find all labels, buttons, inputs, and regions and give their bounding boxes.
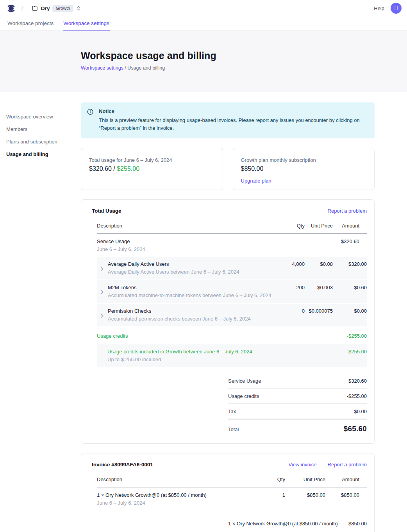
summary-label: Service Usage <box>228 378 261 384</box>
expand-chevron-icon[interactable] <box>100 285 104 298</box>
row-unit-price: $0.003 <box>305 280 333 303</box>
usage-row-average-daily-active-users: Average Daily Active UsersAverage Daily … <box>97 257 367 280</box>
row-subtitle: June 6 – July 6, 2024 <box>97 246 277 252</box>
row-qty: 0 <box>277 303 305 327</box>
workspace-name: Ory <box>41 5 50 11</box>
col-qty: Qty <box>257 471 285 487</box>
plan-badge: Growth <box>52 5 73 12</box>
row-qty: 200 <box>277 280 305 303</box>
breadcrumb-separator: / <box>20 5 25 12</box>
row-subtitle: Accumulated machine-to-machine tokens be… <box>108 292 271 298</box>
plan-card-value: $850.00 <box>241 165 367 172</box>
col-amount: Amount <box>325 471 367 487</box>
row-amount: $0.00 <box>333 303 367 327</box>
view-invoice-link[interactable]: View invoice <box>289 462 317 468</box>
row-unit-price: $0.08 <box>305 257 333 280</box>
help-link[interactable]: Help <box>374 5 384 11</box>
row-title: Permission Checks <box>108 308 251 314</box>
col-description: Description <box>97 218 277 234</box>
row-amount: $320.00 <box>333 257 367 280</box>
row-title: Usage credits included in Growth between… <box>107 349 277 355</box>
row-amount: $850.00 <box>325 487 367 511</box>
summary-value: -$255.00 <box>347 393 367 399</box>
row-qty <box>277 234 305 257</box>
page-title: Workspace usage and billing <box>81 50 407 61</box>
invoice-panel-title: Invoice #8099AFA6-0001 <box>92 462 153 468</box>
row-unit-price: $850.00 <box>285 487 325 511</box>
usage-row-service-usage: Service UsageJune 6 – July 6, 2024$320.6… <box>97 234 367 257</box>
usage-table-header: Description Qty Unit Price Amount <box>97 218 367 234</box>
usage-summary-row: Tax$0.00 <box>228 404 367 419</box>
row-amount: $0.60 <box>333 280 367 303</box>
notice-title: Notice <box>99 108 368 114</box>
total-label: Total <box>228 426 239 432</box>
invoice-panel: Invoice #8099AFA6-0001 View invoice Repo… <box>81 453 375 532</box>
tab-workspace-projects[interactable]: Workspace projects <box>7 16 54 30</box>
expand-chevron-icon[interactable] <box>100 262 104 275</box>
row-title: M2M Tokens <box>108 285 271 290</box>
settings-sidebar: Workspace overviewMembersPlans and subsc… <box>6 113 75 163</box>
row-qty: 4,000 <box>277 257 305 280</box>
total-value: $65.60 <box>344 425 367 433</box>
row-qty <box>277 327 305 344</box>
row-unit-price <box>305 344 333 367</box>
row-subtitle: Accumulated permission checks between Ju… <box>108 316 251 322</box>
breadcrumb-settings-link[interactable]: Workspace settings <box>81 65 123 71</box>
row-title: Usage credits <box>97 333 277 339</box>
breadcrumb-current: Usage and billing <box>127 65 165 71</box>
sidebar-item-plans-and-subscription[interactable]: Plans and subscription <box>6 138 75 145</box>
usage-row-usage-credits-included-in-growth-between-june-6-july-6-2024: Usage credits included in Growth between… <box>97 344 367 367</box>
row-subtitle: Average Daily Active Users between June … <box>108 269 239 275</box>
usage-total-row: Total$65.60 <box>228 419 367 433</box>
usage-summary: Service Usage$320.60Usage credits-$255.0… <box>228 373 367 433</box>
summary-value: $0.00 <box>354 408 367 414</box>
usage-credit-amount: $255.00 <box>117 165 139 172</box>
usage-card-value: $320.60 / $255.00 <box>89 165 215 172</box>
sidebar-item-workspace-overview[interactable]: Workspace overview <box>6 113 75 120</box>
summary-label: Tax <box>228 408 236 414</box>
info-icon <box>87 109 93 132</box>
col-description: Description <box>97 471 257 487</box>
col-unit-price: Unit Price <box>305 218 333 234</box>
summary-value: $850.00 <box>348 521 367 527</box>
row-qty <box>277 344 305 367</box>
row-subtitle: Up to $ 255.00 included <box>107 356 277 362</box>
plan-card-label: Growth plan monthly subscription <box>241 157 367 163</box>
breadcrumb-separator: / <box>123 65 127 71</box>
usage-row-usage-credits: Usage credits-$255.00 <box>97 327 367 344</box>
row-amount: -$255.00 <box>333 327 367 344</box>
plan-subscription-card: Growth plan monthly subscription $850.00… <box>233 148 375 190</box>
expand-chevron-icon[interactable] <box>100 309 104 322</box>
invoice-table: Description Qty Unit Price Amount 1 × Or… <box>97 471 367 511</box>
ory-logo-icon[interactable] <box>6 4 16 13</box>
upgrade-plan-link[interactable]: Upgrade plan <box>241 178 271 184</box>
folder-icon <box>32 5 38 11</box>
row-unit-price: $0.000075 <box>305 303 333 327</box>
usage-amount: $320.60 <box>89 165 112 172</box>
sidebar-item-usage-and-billing[interactable]: Usage and billing <box>6 150 75 158</box>
row-subtitle: June 6 – July 6, 2024 <box>97 500 257 506</box>
row-unit-price <box>305 327 333 344</box>
notice-banner: Notice This is a preview feature for dis… <box>81 102 375 138</box>
sidebar-item-members[interactable]: Members <box>6 125 75 133</box>
breadcrumb: Workspace settings / Usage and billing <box>81 65 407 71</box>
usage-summary-row: Service Usage$320.60 <box>228 373 367 389</box>
row-title: Average Daily Active Users <box>108 261 239 267</box>
usage-row-permission-checks: Permission ChecksAccumulated permission … <box>97 303 367 327</box>
notice-body: This is a preview feature for displaying… <box>99 116 368 132</box>
summary-label: Usage credits <box>228 393 259 399</box>
top-bar: / Ory Growth Help H <box>0 0 407 16</box>
invoice-summary: 1 × Ory Network Growth@0 (at $850.00 / m… <box>228 516 367 532</box>
invoice-summary-row: 1 × Ory Network Growth@0 (at $850.00 / m… <box>228 516 367 531</box>
workspace-tabs: Workspace projectsWorkspace settings <box>0 16 407 31</box>
report-problem-link[interactable]: Report a problem <box>328 462 367 468</box>
chevron-updown-icon <box>76 5 81 11</box>
summary-label: 1 × Ory Network Growth@0 (at $850.00 / m… <box>228 521 338 527</box>
invoice-row-1-ory-network-growth-0-at-850-00-month: 1 × Ory Network Growth@0 (at $850.00 / m… <box>97 487 367 511</box>
page-header: Workspace usage and billing Workspace se… <box>0 31 407 92</box>
report-problem-link[interactable]: Report a problem <box>328 208 367 214</box>
workspace-selector[interactable]: Ory Growth <box>32 5 80 12</box>
tab-workspace-settings[interactable]: Workspace settings <box>63 16 110 30</box>
avatar[interactable]: H <box>391 3 402 14</box>
row-amount: $320.60 <box>333 234 367 257</box>
